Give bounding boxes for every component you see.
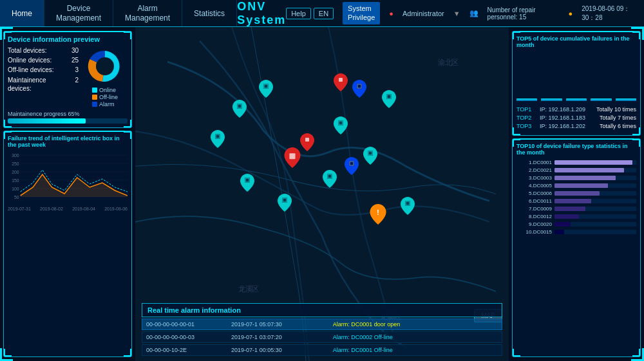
- top10-label-5: 6.DC0011: [516, 198, 552, 204]
- failure-trend-title: Failure trend of intelligent electric bo…: [8, 135, 128, 148]
- alarm-msg-2: Alarm: DC0002 Off-line: [333, 334, 498, 340]
- repair-icon: 👥: [469, 9, 478, 17]
- device-stats: Total devices: 30 Online devices: 25 Off…: [8, 47, 79, 108]
- offline-devices-row: Off-line devices: 3: [8, 66, 79, 73]
- top10-track-5: [554, 199, 636, 203]
- top10-label-1: 2.DC0021: [516, 167, 552, 173]
- nav-device-mgmt[interactable]: Device Management: [44, 0, 113, 26]
- alarm-id-3: 00-00-00-10-2E: [146, 347, 229, 353]
- offline-val: 3: [75, 66, 79, 73]
- right-panel: TOP5 of device cumulative failures in th…: [509, 27, 644, 361]
- pin-blue-2[interactable]: [345, 157, 359, 178]
- top10-track-4: [554, 191, 636, 196]
- online-val: 25: [71, 57, 79, 64]
- top5-count-3: Totally 6 times: [600, 123, 636, 129]
- pin-cyan-4[interactable]: [278, 194, 292, 214]
- lang-button[interactable]: EN: [314, 8, 334, 19]
- pin-cyan-10[interactable]: [401, 197, 415, 218]
- top10-track-8: [554, 222, 636, 227]
- top5-ip-3: IP: 192.168.1.202: [540, 123, 596, 129]
- top5-bar-chart: [516, 52, 636, 104]
- pie-chart-area: Online Off-line Alarm: [82, 47, 128, 108]
- bar-5: [616, 98, 636, 101]
- left-panel: Device information preview Total devices…: [0, 27, 135, 361]
- bar-2: [541, 98, 562, 101]
- pin-cyan-2[interactable]: [259, 80, 273, 100]
- svg-text:100: 100: [12, 187, 19, 191]
- help-button[interactable]: Help: [286, 8, 311, 19]
- pin-cyan-8[interactable]: [211, 130, 225, 151]
- svg-text:50: 50: [14, 195, 19, 199]
- admin-label: Administrator: [402, 10, 444, 17]
- svg-rect-19: [289, 153, 295, 159]
- legend-online: Online: [92, 87, 118, 93]
- alarm-time-2: 2019-07-1 03:07:20: [231, 334, 330, 340]
- top10-item-1: 2.DC0021: [516, 167, 636, 173]
- progress-bar-fill: [8, 118, 86, 124]
- maintenance-val: 2: [75, 76, 79, 93]
- nav-statistics[interactable]: Statistics: [182, 0, 237, 26]
- top10-label-7: 8.DC0012: [516, 214, 552, 219]
- online-devices-row: Online devices: 25: [8, 57, 79, 64]
- pin-cyan-7[interactable]: [363, 147, 377, 167]
- top10-fill-0: [554, 160, 632, 165]
- top5-panel: TOP5 of device cumulative failures in th…: [512, 31, 641, 136]
- alarm-row-3[interactable]: 00-00-00-10-2E 2019-07-1 00:05:30 Alarm:…: [142, 344, 502, 356]
- nav-alarm-mgmt[interactable]: Alarm Management: [113, 0, 182, 26]
- pin-cyan-9[interactable]: [382, 90, 396, 111]
- nav-home-label: Home: [12, 9, 32, 18]
- total-val: 30: [71, 47, 79, 54]
- top10-title: TOP10 of device failure type statistics …: [516, 143, 636, 156]
- top5-rank-1: TOP1: [516, 106, 536, 113]
- svg-rect-20: [305, 138, 309, 142]
- pin-yellow-1[interactable]: !: [370, 204, 386, 227]
- alarm-table: Real time alarm information 00-00-00-00-…: [142, 303, 502, 357]
- top10-track-2: [554, 176, 636, 180]
- alarm-id-1: 00-00-00-00-00-01: [146, 321, 229, 328]
- svg-text:200: 200: [12, 170, 19, 174]
- top10-item-4: 5.DC0006: [516, 190, 636, 196]
- pin-cyan-1[interactable]: [232, 100, 247, 120]
- top10-fill-7: [554, 214, 579, 219]
- top10-item-8: 9.DC0020: [516, 221, 636, 227]
- x-label-3: 2019-08-06: [104, 207, 128, 211]
- top10-item-0: 1.DC0001: [516, 160, 636, 165]
- top10-track-1: [554, 168, 636, 172]
- pin-red-1[interactable]: [334, 73, 348, 94]
- total-devices-row: Total devices: 30: [8, 47, 79, 54]
- top10-track-7: [554, 214, 636, 219]
- top10-track-6: [554, 207, 636, 211]
- top10-item-7: 8.DC0012: [516, 214, 636, 219]
- pin-cyan-5[interactable]: [323, 170, 337, 190]
- pin-red-3[interactable]: [300, 133, 314, 154]
- top10-item-5: 6.DC0011: [516, 198, 636, 204]
- alarm-row-1[interactable]: 00-00-00-00-00-01 2019-07-1 05:07:30 Ala…: [142, 319, 502, 330]
- top10-fill-6: [554, 207, 585, 211]
- top5-ip-1: IP: 192.168.1.209: [540, 106, 592, 113]
- nav-utility-btns: Help EN: [286, 8, 334, 19]
- top5-row-1: TOP1 IP: 192.168.1.209 Totally 10 times: [516, 106, 636, 113]
- pin-red-2[interactable]: [284, 147, 301, 171]
- pin-cyan-3[interactable]: [240, 174, 254, 194]
- top5-rank-2: TOP2: [516, 115, 536, 121]
- top10-fill-2: [554, 176, 616, 180]
- top10-label-3: 4.DC0005: [516, 183, 552, 189]
- top10-label-6: 7.DC0009: [516, 206, 552, 212]
- top5-title: TOP5 of device cumulative failures in th…: [516, 35, 636, 48]
- top10-panel: TOP10 of device failure type statistics …: [512, 138, 641, 357]
- top10-list: 1.DC0001 2.DC0021 3.DC0003 4.DC0005 5.DC…: [516, 160, 636, 235]
- pin-blue-1[interactable]: [352, 80, 366, 100]
- svg-rect-18: [339, 78, 343, 82]
- nav-right-area: Help EN System Privilege ● Administrator…: [286, 0, 644, 26]
- failure-trend-panel: Failure trend of intelligent electric bo…: [3, 131, 132, 357]
- nav-home[interactable]: Home: [0, 0, 44, 26]
- trend-svg: 300 250 200 150 100 50: [8, 152, 128, 203]
- pin-cyan-6[interactable]: [334, 116, 348, 137]
- main-content: Device information preview Total devices…: [0, 27, 644, 361]
- top10-label-8: 9.DC0020: [516, 221, 552, 227]
- total-label: Total devices:: [8, 47, 47, 54]
- top10-fill-8: [554, 222, 571, 227]
- top5-row-2: TOP2 IP: 192.168.1.183 Totally 7 times: [516, 115, 636, 121]
- alarm-row-2[interactable]: 00-00-00-00-00-03 2019-07-1 03:07:20 Ala…: [142, 331, 502, 343]
- top5-count-1: Totally 10 times: [596, 106, 636, 113]
